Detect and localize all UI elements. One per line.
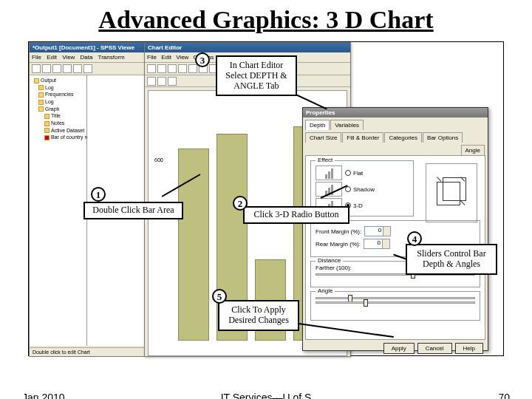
cancel-button[interactable]: Cancel	[417, 343, 452, 354]
callout-number-1: 1	[91, 187, 106, 202]
toolbar-icon[interactable]	[188, 64, 197, 73]
callout-1: Double Click Bar Area	[83, 202, 183, 219]
footer-org: IT Services—U of S	[221, 392, 312, 399]
dialog-buttons: Apply Cancel Help	[303, 340, 488, 357]
menu-file[interactable]: File	[32, 54, 41, 61]
angle-slider[interactable]	[316, 297, 475, 299]
item-icon	[44, 114, 50, 119]
toolbar-icon[interactable]	[63, 64, 72, 73]
toolbar-icon[interactable]	[52, 64, 61, 73]
spss-window-title: *Output1 [Document1] - SPSS Viewe	[30, 43, 154, 52]
toolbar-icon[interactable]	[42, 64, 51, 73]
chart-icon	[44, 135, 50, 140]
toolbar-icon[interactable]	[178, 64, 187, 73]
properties-dialog: Properties Depth Variables Chart Size Fi…	[302, 107, 488, 351]
tab-categories[interactable]: Categories	[384, 132, 422, 143]
tree-item[interactable]: Title	[51, 113, 61, 118]
menu-edit[interactable]: Edit	[47, 54, 57, 61]
apply-button[interactable]: Apply	[383, 343, 415, 354]
tree-root[interactable]: Output	[41, 78, 56, 83]
toolbar-icon[interactable]	[157, 77, 166, 86]
output-tree[interactable]: Output Log Frequencies Log Graph Title N…	[30, 75, 87, 346]
tree-item[interactable]: Log	[45, 99, 54, 104]
log-icon	[38, 100, 44, 105]
angle-group-label: Angle	[316, 287, 335, 294]
tree-item[interactable]: Frequencies	[45, 92, 74, 97]
callout-2: Click 3-D Radio Button	[243, 206, 349, 224]
menu-transform[interactable]: Transform	[98, 54, 125, 61]
spss-toolbar	[30, 63, 154, 75]
item-icon	[44, 121, 50, 126]
spinner-icon[interactable]	[383, 226, 391, 236]
spss-menubar[interactable]: File Edit View Data Transform	[30, 52, 154, 63]
tab-row-2: Chart Size Fill & Border Categories Bar …	[303, 130, 488, 143]
tab-chart-size[interactable]: Chart Size	[305, 132, 341, 143]
toolbar-icon[interactable]	[168, 77, 177, 86]
effect-group-label: Effect	[316, 157, 335, 163]
callout-number-5: 5	[212, 289, 227, 304]
callout-number-2: 2	[233, 196, 248, 211]
properties-title: Properties	[303, 108, 488, 117]
front-margin-input[interactable]: 0	[364, 226, 383, 236]
tab-row-1: Depth Variables	[303, 117, 488, 130]
toolbar-icon[interactable]	[73, 64, 82, 73]
tab-bar-options[interactable]: Bar Options	[423, 132, 463, 143]
tree-item[interactable]: Log	[45, 85, 54, 90]
tab-angle[interactable]: Angle	[461, 145, 485, 155]
screenshot-canvas: *Output1 [Document1] - SPSS Viewe File E…	[28, 41, 504, 356]
front-margin-label: Front Margin (%):	[316, 228, 361, 235]
tab-depth[interactable]: Depth	[305, 120, 330, 130]
item-icon	[44, 128, 50, 133]
footer-page: 70	[498, 392, 510, 399]
ce-menu-file[interactable]: File	[147, 54, 157, 61]
tab-fill-border[interactable]: Fill & Border	[342, 132, 383, 143]
ce-menu-view[interactable]: View	[176, 54, 188, 61]
callout-3: In Chart Editor Select DEPTH & ANGLE Tab	[216, 55, 297, 96]
callout-number-3: 3	[195, 52, 210, 67]
menu-view[interactable]: View	[62, 54, 75, 61]
tab-row-3: Angle	[303, 143, 488, 155]
tree-item[interactable]: Notes	[51, 120, 64, 126]
radio-flat[interactable]: Flat	[316, 166, 409, 180]
flat-icon	[316, 166, 342, 180]
toolbar-icon[interactable]	[147, 77, 156, 86]
toolbar-icon[interactable]	[83, 64, 92, 73]
folder-icon	[38, 106, 44, 112]
callout-4: Sliders Control Bar Depth & Angles	[406, 244, 497, 275]
rear-margin-input[interactable]: 0	[364, 239, 383, 249]
distance-group-label: Distance	[316, 257, 343, 264]
slider-thumb-icon[interactable]	[364, 299, 368, 307]
ce-menu-edit[interactable]: Edit	[161, 54, 171, 61]
footer-date: Jan 2010	[22, 392, 65, 399]
radio-label: 3-D	[353, 202, 363, 209]
chart-editor-title: Chart Editor	[145, 43, 350, 52]
menu-data[interactable]: Data	[81, 54, 93, 61]
rear-margin-label: Rear Margin (%):	[316, 241, 361, 248]
y-axis-tick: 600	[154, 157, 163, 163]
tree-item[interactable]: Graph	[45, 106, 59, 112]
log-icon	[38, 85, 44, 90]
status-bar: Double click to edit Chart	[30, 347, 154, 356]
callout-5: Click To Apply Desired Changes	[218, 300, 299, 331]
tab-variables[interactable]: Variables	[330, 120, 364, 130]
radio-label: Flat	[353, 170, 363, 177]
spinner-icon[interactable]	[382, 239, 390, 249]
callout-number-4: 4	[407, 231, 422, 246]
toolbar-icon[interactable]	[168, 64, 177, 73]
cube-preview	[426, 163, 477, 222]
folder-icon	[38, 92, 44, 98]
toolbar-icon[interactable]	[157, 64, 166, 73]
help-button[interactable]: Help	[455, 343, 483, 354]
tree-item[interactable]: Active Dataset	[51, 128, 84, 133]
slide-title: Advanced Graphics: 3 D Chart	[0, 0, 532, 37]
folder-icon	[34, 78, 39, 83]
toolbar-icon[interactable]	[32, 64, 41, 73]
radio-label: Shadow	[353, 186, 375, 193]
radio-icon	[345, 186, 351, 192]
toolbar-icon[interactable]	[147, 64, 156, 73]
spss-viewer-window: *Output1 [Document1] - SPSS Viewe File E…	[29, 42, 154, 357]
angle-slider-2[interactable]	[316, 301, 475, 304]
radio-icon	[345, 170, 351, 176]
